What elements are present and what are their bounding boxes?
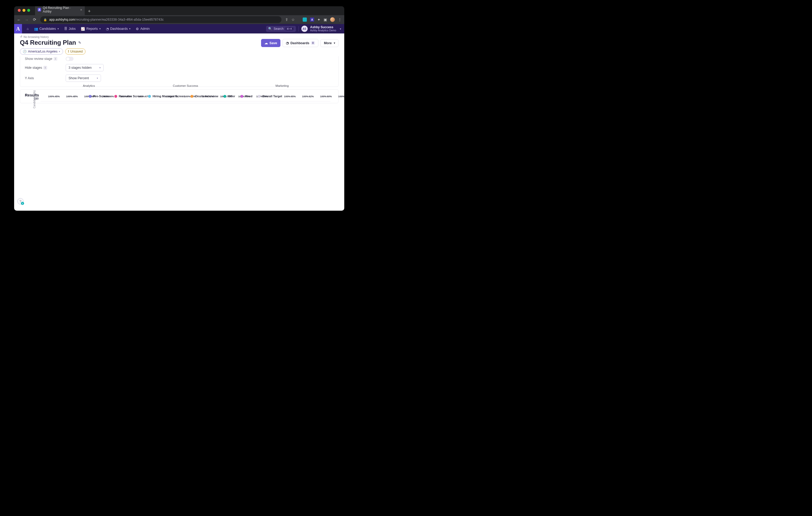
search-icon: 🔍: [268, 27, 272, 31]
show-review-stage-toggle[interactable]: [66, 57, 74, 61]
back-icon[interactable]: ←: [17, 18, 21, 22]
nav-candidates[interactable]: 👥Candidates▾: [31, 24, 61, 33]
panel-icon[interactable]: ▣: [324, 18, 327, 22]
chart-x-axis: AnalyticsCustomer SuccessMarketing: [40, 84, 330, 87]
legend-item[interactable]: Pre-Screen: [89, 95, 109, 98]
y-axis-select[interactable]: Show Percent ▾: [66, 74, 101, 82]
chevron-down-icon: ▾: [58, 27, 59, 30]
show-review-stage-label: Show review stage i: [25, 57, 66, 61]
keyboard-shortcut: ⌘+K: [285, 27, 294, 31]
title-bar: Q4 Recruiting Plan ✎ 🕑 America/Los Angel…: [14, 38, 344, 56]
y-axis-label: Y Axis: [25, 76, 66, 80]
app-logo-icon[interactable]: A: [14, 24, 22, 33]
legend-swatch-icon: [148, 95, 151, 98]
legend-item[interactable]: Onsite Interview: [191, 95, 218, 98]
legend-item[interactable]: Hiring Manager Screen: [148, 95, 185, 98]
browser-actions: ⇪ ☆ A ✦ ▣ ⋮: [285, 17, 342, 22]
legend-item[interactable]: Offer: [224, 95, 235, 98]
legend-swatch-icon: [258, 95, 261, 98]
nav-dashboards[interactable]: ◔Dashboards▾: [103, 24, 133, 33]
legend-label: Recruiter Screen: [119, 95, 143, 98]
browser-tab[interactable]: A Q4 Recruiting Plan · Ashby ×: [35, 6, 85, 15]
legend-swatch-icon: [191, 95, 193, 98]
legend-label: Offer: [228, 95, 235, 98]
nav-jobs[interactable]: 🗄Jobs: [61, 24, 78, 33]
extensions-icon[interactable]: ✦: [317, 18, 320, 22]
lock-icon: 🔒: [44, 18, 47, 22]
legend-label: Pre-Screen: [93, 95, 109, 98]
tab-title: Q4 Recruiting Plan · Ashby: [42, 6, 79, 13]
legend-label: Hiring Manager Screen: [152, 95, 185, 98]
user-menu[interactable]: Ashby Success Ashby Analytics Demo: [310, 26, 337, 32]
value-label: 81%: [342, 95, 344, 98]
dashboards-count-badge: 0: [311, 41, 315, 45]
app-nav: A ⌂ 👥Candidates▾ 🗄Jobs 📈Reports▾ ◔Dashbo…: [14, 24, 344, 33]
home-icon: ⌂: [27, 27, 29, 31]
forward-icon[interactable]: →: [25, 18, 29, 22]
browser-window: A Q4 Recruiting Plan · Ashby × + ← → ⟳ 🔒…: [14, 6, 344, 211]
history-icon: ↺: [20, 35, 22, 38]
legend-label: Overall Target: [262, 95, 282, 98]
address-bar[interactable]: 🔒 app.ashbyhq.com/recruiting-planner/ea2…: [40, 16, 282, 23]
help-button[interactable]: ? 1: [17, 198, 24, 205]
reload-icon[interactable]: ⟳: [32, 17, 37, 22]
edit-icon[interactable]: ✎: [78, 40, 81, 45]
x-category-label: Customer Success: [137, 84, 234, 87]
chevron-down-icon: ▾: [59, 50, 60, 53]
share-icon[interactable]: ⇪: [285, 18, 288, 22]
warning-icon: !: [68, 50, 69, 53]
url-bar: ← → ⟳ 🔒 app.ashbyhq.com/recruiting-plann…: [14, 15, 344, 24]
gauge-icon: ◔: [286, 41, 289, 45]
legend-swatch-icon: [114, 95, 117, 98]
extension-1-icon[interactable]: [303, 18, 307, 22]
profile-avatar-icon[interactable]: [330, 17, 335, 22]
chevron-down-icon: ▾: [340, 27, 341, 30]
legend-swatch-icon: [240, 95, 243, 98]
maximize-window-icon[interactable]: [27, 9, 30, 12]
chevron-down-icon: ▾: [99, 66, 101, 69]
info-icon[interactable]: i: [54, 57, 57, 61]
more-button[interactable]: More ▾: [320, 39, 339, 47]
kebab-menu-icon[interactable]: ⋮: [338, 18, 342, 22]
people-icon: 👥: [34, 27, 38, 31]
unsaved-badge: ! Unsaved: [65, 48, 86, 55]
help-badge: 1: [21, 202, 24, 205]
dashboards-button[interactable]: ◔ Dashboards 0: [283, 39, 318, 47]
close-window-icon[interactable]: [18, 9, 21, 12]
user-avatar[interactable]: AS: [301, 26, 308, 32]
page-title: Q4 Recruiting Plan ✎: [20, 39, 86, 46]
timezone-selector[interactable]: 🕑 America/Los Angeles ▾: [20, 48, 63, 55]
legend-item[interactable]: Recruiter Screen: [114, 95, 143, 98]
search-button[interactable]: 🔍 Search ⌘+K: [266, 26, 296, 32]
extension-ashby-icon[interactable]: A: [310, 18, 314, 22]
nav-reports[interactable]: 📈Reports▾: [78, 24, 103, 33]
chevron-down-icon: ▾: [99, 27, 101, 30]
chevron-down-icon: ▾: [334, 41, 335, 44]
legend-item[interactable]: Hired: [240, 95, 253, 98]
hide-stages-select[interactable]: 3 stages hidden ▾: [66, 64, 104, 71]
tab-strip: A Q4 Recruiting Plan · Ashby × +: [14, 6, 344, 15]
url-text: app.ashbyhq.com/recruiting-planner/ea263…: [49, 18, 164, 22]
nav-home[interactable]: ⌂: [24, 24, 31, 33]
new-tab-button[interactable]: +: [85, 7, 94, 15]
page-content: ↺ No browsing history Q4 Recruiting Plan…: [14, 33, 344, 211]
x-category-label: Marketing: [234, 84, 330, 87]
chevron-down-icon: ▾: [129, 27, 130, 30]
nav-admin[interactable]: ⚙Admin: [133, 24, 152, 33]
bookmark-icon[interactable]: ☆: [291, 18, 295, 22]
legend-item[interactable]: Overall Target: [258, 95, 282, 98]
hide-stages-label: Hide stages i: [25, 66, 66, 69]
minimize-window-icon[interactable]: [23, 9, 25, 12]
info-icon[interactable]: i: [44, 66, 47, 69]
legend-label: Hired: [245, 95, 253, 98]
close-tab-icon[interactable]: ×: [80, 8, 82, 12]
breadcrumb: ↺ No browsing history: [14, 33, 344, 38]
y-tick-label: 125: [34, 97, 38, 100]
gauge-icon: ◔: [106, 27, 109, 31]
chart-icon: 📈: [81, 27, 85, 31]
config-panel: Show review stage i Hide stages i 3 stag…: [20, 56, 339, 87]
results-panel: Results Candidates (%) 0255075100125100%…: [20, 89, 339, 103]
save-button[interactable]: ☁ Save: [261, 39, 281, 47]
clock-icon: 🕑: [23, 50, 27, 53]
legend-swatch-icon: [224, 95, 226, 98]
